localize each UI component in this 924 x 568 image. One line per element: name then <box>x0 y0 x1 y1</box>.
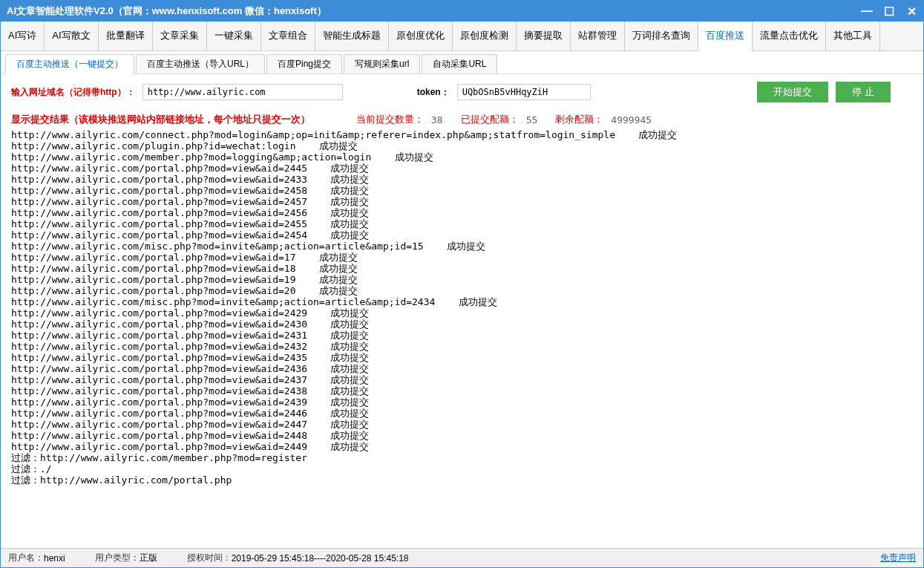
subtab-2[interactable]: 百度Ping提交 <box>266 54 342 74</box>
toolbar-tab-1[interactable]: AI写散文 <box>45 22 98 50</box>
stats-row: 显示提交结果（该模块推送网站内部链接地址，每个地址只提交一次） 当前提交数量： … <box>1 110 923 128</box>
remain-label: 剩余配额： <box>555 113 603 126</box>
toolbar-tab-0[interactable]: AI写诗 <box>1 22 45 50</box>
titlebar[interactable]: AI文章智能处理软件V2.0（官网：www.henxisoft.com 微信：h… <box>1 1 923 22</box>
app-window: AI文章智能处理软件V2.0（官网：www.henxisoft.com 微信：h… <box>0 0 924 568</box>
username-label: 用户名： <box>8 552 44 564</box>
log-line: http://www.ailyric.com/portal.php?mod=vi… <box>11 163 913 174</box>
log-line: http://www.ailyric.com/portal.php?mod=vi… <box>11 196 913 207</box>
statusbar: 用户名： henxi 用户类型： 正版 授权时间： 2019-05-29 15:… <box>1 548 923 567</box>
log-line: http://www.ailyric.com/portal.php?mod=vi… <box>11 307 913 319</box>
committed-value: 55 <box>526 114 538 125</box>
toolbar-tab-6[interactable]: 智能生成标题 <box>315 22 389 50</box>
toolbar-tab-7[interactable]: 原创度优化 <box>389 22 453 50</box>
token-label: token： <box>417 86 450 99</box>
subtab-0[interactable]: 百度主动推送（一键提交） <box>5 54 134 74</box>
log-line: http://www.ailyric.com/portal.php?mod=vi… <box>11 252 913 263</box>
log-line: http://www.ailyric.com/portal.php?mod=vi… <box>11 430 913 441</box>
authtime-value: 2019-05-29 15:45:18----2020-05-28 15:45:… <box>232 553 409 564</box>
close-icon[interactable]: ✕ <box>905 5 917 17</box>
log-line: http://www.ailyric.com/member.php?mod=lo… <box>11 151 913 163</box>
subtab-3[interactable]: 写规则采集url <box>344 54 420 74</box>
log-line: http://www.ailyric.com/portal.php?mod=vi… <box>11 330 913 341</box>
result-label: 显示提交结果（该模块推送网站内部链接地址，每个地址只提交一次） <box>11 113 310 126</box>
toolbar-tab-3[interactable]: 文章采集 <box>153 22 207 50</box>
log-line: http://www.ailyric.com/connect.php?mod=l… <box>11 129 913 140</box>
log-line: 过滤：http://www.ailyric.com/member.php?mod… <box>11 452 913 463</box>
disclaimer-link[interactable]: 免责声明 <box>880 552 916 564</box>
log-line: http://www.ailyric.com/portal.php?mod=vi… <box>11 207 913 218</box>
authtime-label: 授权时间： <box>187 552 232 564</box>
current-count-value: 38 <box>431 114 443 125</box>
log-line: http://www.ailyric.com/portal.php?mod=vi… <box>11 374 913 385</box>
log-output[interactable]: http://www.ailyric.com/connect.php?mod=l… <box>1 128 923 548</box>
log-line: http://www.ailyric.com/portal.php?mod=vi… <box>11 229 913 241</box>
log-line: http://www.ailyric.com/portal.php?mod=vi… <box>11 218 913 229</box>
main-toolbar: AI写诗AI写散文批量翻译文章采集一键采集文章组合智能生成标题原创度优化原创度检… <box>1 22 923 51</box>
stop-button[interactable]: 停 止 <box>836 82 891 102</box>
log-line: http://www.ailyric.com/plugin.php?id=wec… <box>11 140 913 151</box>
window-controls: — ☐ ✕ <box>861 5 917 17</box>
toolbar-tab-9[interactable]: 摘要提取 <box>517 22 571 50</box>
toolbar-tab-14[interactable]: 其他工具 <box>826 22 880 50</box>
subtab-1[interactable]: 百度主动推送（导入URL） <box>136 54 265 74</box>
current-count-label: 当前提交数量： <box>356 113 424 126</box>
log-line: http://www.ailyric.com/portal.php?mod=vi… <box>11 341 913 352</box>
log-line: 过滤：./ <box>11 463 913 474</box>
log-line: http://www.ailyric.com/portal.php?mod=vi… <box>11 385 913 396</box>
toolbar-tab-5[interactable]: 文章组合 <box>261 22 315 50</box>
toolbar-tab-8[interactable]: 原创度检测 <box>453 22 517 50</box>
url-input[interactable] <box>142 84 343 100</box>
log-line: http://www.ailyric.com/portal.php?mod=vi… <box>11 274 913 285</box>
toolbar-tab-2[interactable]: 批量翻译 <box>99 22 153 50</box>
committed-label: 已提交配额： <box>461 113 519 126</box>
subtab-4[interactable]: 自动采集URL <box>422 54 497 74</box>
toolbar-tab-11[interactable]: 万词排名查询 <box>625 22 698 50</box>
toolbar-tab-10[interactable]: 站群管理 <box>571 22 625 50</box>
log-line: http://www.ailyric.com/portal.php?mod=vi… <box>11 263 913 274</box>
start-submit-button[interactable]: 开始提交 <box>757 82 828 102</box>
token-input[interactable] <box>457 84 591 100</box>
usertype-value: 正版 <box>140 552 157 564</box>
log-line: http://www.ailyric.com/portal.php?mod=vi… <box>11 419 913 430</box>
log-line: http://www.ailyric.com/portal.php?mod=vi… <box>11 185 913 196</box>
usertype-label: 用户类型： <box>95 552 140 564</box>
minimize-icon[interactable]: — <box>861 5 873 17</box>
maximize-icon[interactable]: ☐ <box>883 5 895 17</box>
log-line: http://www.ailyric.com/portal.php?mod=vi… <box>11 174 913 185</box>
log-line: http://www.ailyric.com/portal.php?mod=vi… <box>11 285 913 296</box>
log-line: http://www.ailyric.com/misc.php?mod=invi… <box>11 241 913 252</box>
log-line: http://www.ailyric.com/portal.php?mod=vi… <box>11 441 913 452</box>
sub-tab-row: 百度主动推送（一键提交）百度主动推送（导入URL）百度Ping提交写规则采集ur… <box>1 51 923 74</box>
input-form-row: 输入网址域名（记得带http）： token： 开始提交 停 止 <box>1 74 923 110</box>
toolbar-tab-13[interactable]: 流量点击优化 <box>753 22 826 50</box>
log-line: http://www.ailyric.com/portal.php?mod=vi… <box>11 352 913 363</box>
log-line: 过滤：http://www.ailyric.com/portal.php <box>11 474 913 486</box>
log-line: http://www.ailyric.com/portal.php?mod=vi… <box>11 363 913 374</box>
log-line: http://www.ailyric.com/portal.php?mod=vi… <box>11 408 913 419</box>
username-value: henxi <box>44 553 65 564</box>
url-label: 输入网址域名（记得带http）： <box>11 86 135 99</box>
toolbar-tab-4[interactable]: 一键采集 <box>207 22 261 50</box>
toolbar-tab-12[interactable]: 百度推送 <box>698 22 753 51</box>
app-title: AI文章智能处理软件V2.0（官网：www.henxisoft.com 微信：h… <box>7 4 861 18</box>
log-line: http://www.ailyric.com/portal.php?mod=vi… <box>11 396 913 408</box>
log-line: http://www.ailyric.com/misc.php?mod=invi… <box>11 296 913 307</box>
remain-value: 4999945 <box>611 114 652 125</box>
log-line: http://www.ailyric.com/portal.php?mod=vi… <box>11 319 913 330</box>
